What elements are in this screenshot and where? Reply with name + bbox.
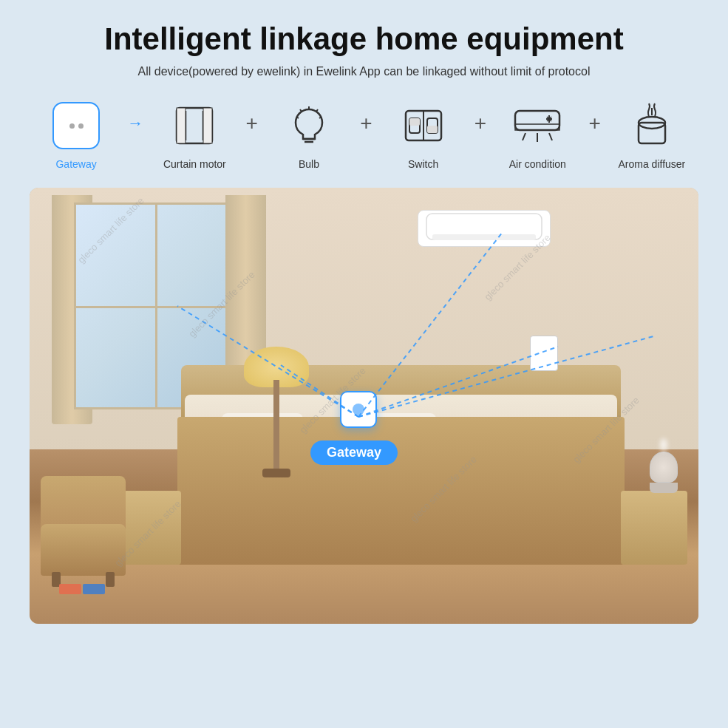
bed-base (177, 417, 625, 565)
plus-1: + (246, 112, 258, 135)
armchair-seat (41, 524, 126, 576)
svg-rect-30 (432, 234, 536, 240)
room-photo: Gateway gleco smart life store gleco sma… (30, 188, 698, 624)
ac-label: Air condition (509, 158, 566, 170)
device-curtain: Curtain motor (148, 99, 241, 170)
plus-2: + (360, 112, 372, 135)
bulb-label: Bulb (299, 158, 319, 170)
page-title: Intelligent linkage home equipment (104, 22, 623, 56)
devices-row: Gateway → Curtain motor + (30, 99, 698, 170)
switch-icon (400, 102, 447, 149)
gateway-icon-wrap (50, 99, 103, 152)
svg-rect-17 (427, 126, 438, 133)
page-wrapper: Intelligent linkage home equipment All d… (0, 0, 728, 728)
ac-room-svg (425, 212, 543, 245)
armchair (41, 487, 126, 576)
gateway-room-device (340, 391, 377, 428)
svg-rect-18 (515, 111, 559, 130)
gateway-icon (52, 102, 100, 149)
gateway-dot-1 (69, 123, 75, 129)
gateway-room-label: Gateway (310, 440, 398, 465)
diffuser-base-block (650, 483, 678, 493)
armchair-leg-right (106, 572, 115, 587)
device-bulb: Bulb (262, 99, 356, 170)
curtain-icon-wrap (168, 99, 221, 152)
gateway-dots (69, 123, 84, 129)
arrow-icon: → (127, 114, 143, 133)
diffuser-body (650, 452, 678, 483)
device-ac: Air condition (491, 99, 584, 170)
page-subtitle: All device(powered by ewelink) in Ewelin… (138, 65, 591, 78)
svg-rect-27 (639, 123, 665, 143)
svg-line-22 (549, 133, 552, 140)
switch-label: Switch (408, 158, 438, 170)
ac-room-unit (418, 210, 551, 247)
gateway-dot-2 (78, 123, 84, 129)
ac-icon (511, 102, 564, 149)
svg-line-9 (316, 109, 318, 112)
nightstand-right (621, 491, 687, 565)
svg-line-8 (300, 109, 302, 112)
curtain-label: Curtain motor (163, 158, 226, 170)
plus-4: + (588, 112, 600, 135)
books (59, 584, 105, 594)
diffuser-icon-wrap (625, 99, 678, 152)
svg-rect-3 (177, 108, 186, 143)
device-diffuser: Aroma diffuser (605, 99, 698, 170)
device-gateway: Gateway (30, 99, 123, 170)
plus-3: + (474, 112, 486, 135)
window-frame-v (155, 205, 157, 407)
svg-rect-16 (409, 118, 420, 126)
floor-lamp-pole (273, 380, 279, 476)
diffuser-icon (631, 102, 673, 149)
curtain-icon (171, 102, 218, 149)
device-switch: Switch (377, 99, 470, 170)
bulb-icon-wrap (282, 99, 336, 152)
book-1 (59, 584, 81, 594)
svg-rect-4 (203, 108, 212, 143)
gateway-room-dot (353, 404, 364, 415)
wall-switch (530, 336, 558, 371)
gateway-label: Gateway (55, 158, 96, 170)
room-scene: Gateway gleco smart life store gleco sma… (30, 188, 698, 624)
lamp-base (262, 469, 290, 477)
ac-icon-wrap (511, 99, 564, 152)
svg-line-20 (523, 133, 525, 140)
book-2 (83, 584, 105, 594)
bulb-icon (285, 102, 333, 149)
diffuser-label: Aroma diffuser (618, 158, 685, 170)
diffuser-device (650, 452, 678, 492)
switch-icon-wrap (397, 99, 450, 152)
